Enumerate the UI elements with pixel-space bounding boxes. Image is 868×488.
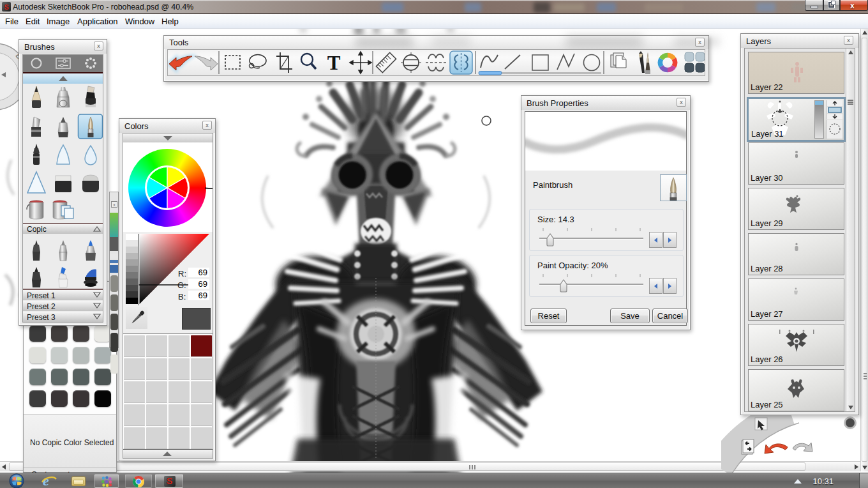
svg-text:Preset 1: Preset 1: [27, 291, 56, 300]
svg-text:Copic: Copic: [27, 225, 47, 234]
svg-text:Preset 3: Preset 3: [27, 313, 56, 322]
svg-text:T: T: [327, 52, 341, 74]
svg-text:Preset 2: Preset 2: [27, 302, 56, 311]
